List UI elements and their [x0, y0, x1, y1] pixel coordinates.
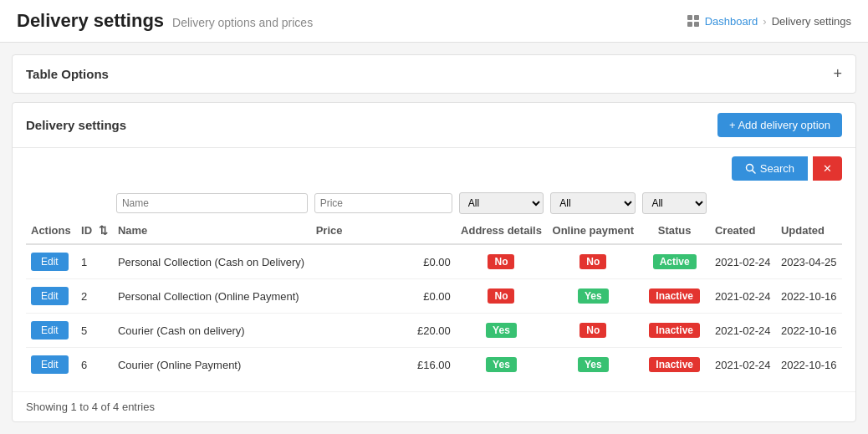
- breadcrumb-dashboard-link[interactable]: Dashboard: [705, 15, 758, 28]
- main-panel-title: Delivery settings: [26, 118, 126, 132]
- status-badge-0: Active: [653, 254, 697, 269]
- table-options-header[interactable]: Table Options +: [13, 55, 855, 93]
- edit-button-0[interactable]: Edit: [31, 253, 69, 271]
- online-payment-badge-3: Yes: [578, 357, 609, 372]
- cell-id-3: 6: [76, 348, 113, 382]
- plus-icon: +: [833, 65, 842, 83]
- table-body: Edit 1 Personal Collection (Cash on Deli…: [26, 244, 842, 381]
- cell-online-payment-3: Yes: [547, 348, 639, 382]
- search-icon: [745, 163, 756, 174]
- page-subtitle: Delivery options and prices: [172, 16, 313, 29]
- cell-id-1: 2: [76, 279, 113, 314]
- dashboard-icon: [687, 14, 700, 28]
- top-header: Delivery settings Delivery options and p…: [0, 0, 868, 43]
- cell-price-2: £20.00: [311, 314, 456, 348]
- col-status: Status: [639, 217, 710, 244]
- table-options-title: Table Options: [26, 67, 109, 81]
- status-badge-2: Inactive: [649, 323, 700, 338]
- filter-name-input[interactable]: [116, 193, 308, 213]
- address-badge-3: Yes: [486, 357, 517, 372]
- online-payment-badge-2: No: [580, 323, 606, 338]
- breadcrumb-current: Delivery settings: [772, 15, 851, 28]
- edit-button-1[interactable]: Edit: [31, 287, 69, 305]
- address-badge-1: No: [488, 288, 514, 304]
- filter-created-cell: [710, 189, 776, 217]
- col-name: Name: [113, 217, 311, 244]
- svg-line-5: [752, 171, 755, 174]
- table-row: Edit 6 Courier (Online Payment) £16.00 Y…: [26, 348, 842, 382]
- cell-name-2: Courier (Cash on delivery): [113, 314, 311, 348]
- search-button[interactable]: Search: [732, 156, 808, 181]
- cell-updated-0: 2023-04-25: [776, 244, 842, 279]
- cell-created-2: 2021-02-24: [710, 314, 776, 348]
- main-panel-header: Delivery settings + Add delivery option: [13, 103, 855, 148]
- filter-address-select[interactable]: AllYesNo: [459, 192, 544, 214]
- cell-updated-1: 2022-10-16: [776, 279, 842, 314]
- status-badge-3: Inactive: [649, 357, 700, 372]
- filter-price-input[interactable]: [314, 193, 452, 213]
- cell-address-3: Yes: [456, 348, 548, 382]
- svg-rect-3: [694, 22, 699, 27]
- clear-search-button[interactable]: ✕: [813, 156, 842, 181]
- filter-actions-cell: [26, 189, 76, 217]
- delivery-table: AllYesNo AllYesNo AllActiveInactive: [26, 189, 842, 381]
- cell-address-1: No: [456, 279, 548, 314]
- add-delivery-option-button[interactable]: + Add delivery option: [717, 113, 842, 137]
- filter-name-cell: [113, 189, 311, 217]
- cell-id-2: 5: [76, 314, 113, 348]
- col-price: Price: [311, 217, 456, 244]
- cell-status-0: Active: [639, 244, 710, 279]
- cell-actions-3: Edit: [26, 348, 76, 382]
- cell-online-payment-0: No: [547, 244, 639, 279]
- col-id[interactable]: ID ⇅: [76, 217, 113, 244]
- cell-online-payment-1: Yes: [547, 279, 639, 314]
- cell-price-1: £0.00: [311, 279, 456, 314]
- col-address-details: Address details: [456, 217, 548, 244]
- col-actions: Actions: [26, 217, 76, 244]
- cell-name-1: Personal Collection (Online Payment): [113, 279, 311, 314]
- filter-online-payment-select[interactable]: AllYesNo: [550, 192, 636, 214]
- table-options-panel: Table Options +: [12, 54, 856, 94]
- filter-id-cell: [76, 189, 113, 217]
- edit-button-3[interactable]: Edit: [31, 355, 69, 374]
- cell-updated-2: 2022-10-16: [776, 314, 842, 348]
- filter-updated-cell: [776, 189, 842, 217]
- online-payment-badge-1: Yes: [578, 288, 609, 304]
- breadcrumb-separator: ›: [763, 15, 766, 28]
- breadcrumb: Dashboard › Delivery settings: [687, 14, 851, 28]
- col-online-payment: Online payment: [547, 217, 639, 244]
- edit-button-2[interactable]: Edit: [31, 321, 69, 340]
- col-created: Created: [710, 217, 776, 244]
- cell-address-2: Yes: [456, 314, 548, 348]
- toolbar: Search ✕: [13, 148, 855, 189]
- table-wrapper: AllYesNo AllYesNo AllActiveInactive: [13, 189, 855, 391]
- filter-status-select[interactable]: AllActiveInactive: [642, 192, 707, 214]
- online-payment-badge-0: No: [580, 254, 606, 269]
- table-row: Edit 1 Personal Collection (Cash on Deli…: [26, 244, 842, 279]
- status-badge-1: Inactive: [649, 288, 700, 304]
- col-updated: Updated: [776, 217, 842, 244]
- cell-status-3: Inactive: [639, 348, 710, 382]
- svg-rect-1: [694, 15, 699, 20]
- cell-price-0: £0.00: [311, 244, 456, 279]
- cell-name-0: Personal Collection (Cash on Delivery): [113, 244, 311, 279]
- cell-created-1: 2021-02-24: [710, 279, 776, 314]
- svg-rect-0: [687, 15, 692, 20]
- page-title-group: Delivery settings Delivery options and p…: [17, 10, 313, 32]
- cell-id-0: 1: [76, 244, 113, 279]
- address-badge-0: No: [488, 254, 514, 269]
- cell-actions-1: Edit: [26, 279, 76, 314]
- address-badge-2: Yes: [486, 323, 517, 338]
- cell-status-2: Inactive: [639, 314, 710, 348]
- cell-actions-0: Edit: [26, 244, 76, 279]
- cell-updated-3: 2022-10-16: [776, 348, 842, 382]
- filter-status-cell: AllActiveInactive: [639, 189, 710, 217]
- cell-online-payment-2: No: [547, 314, 639, 348]
- cell-status-1: Inactive: [639, 279, 710, 314]
- filter-address-cell: AllYesNo: [456, 189, 548, 217]
- svg-rect-2: [687, 22, 692, 27]
- cell-name-3: Courier (Online Payment): [113, 348, 311, 382]
- table-row: Edit 5 Courier (Cash on delivery) £20.00…: [26, 314, 842, 348]
- cell-created-3: 2021-02-24: [710, 348, 776, 382]
- filter-online-payment-cell: AllYesNo: [547, 189, 639, 217]
